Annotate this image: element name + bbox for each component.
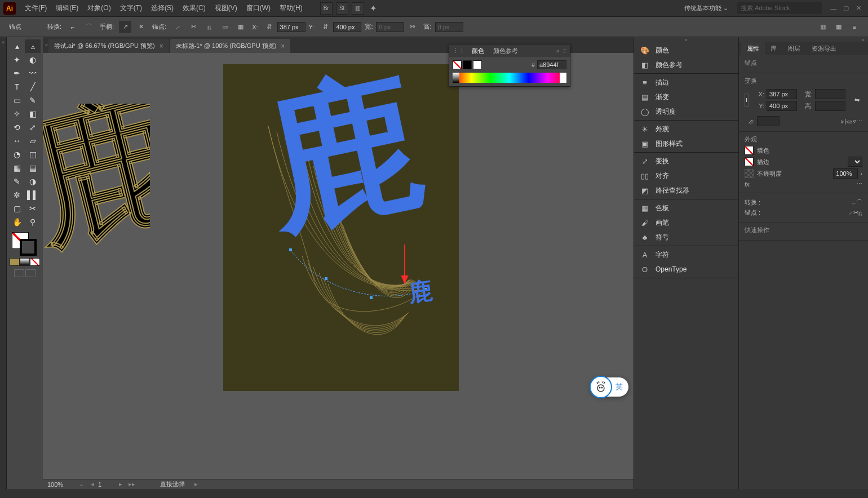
isolate-icon[interactable]: ▭ (219, 21, 231, 33)
window-maximize[interactable]: ▢ (840, 3, 852, 14)
artboard[interactable]: 鹿 鹿 (223, 64, 459, 391)
convert-smooth-icon[interactable]: ⌒ (82, 21, 95, 33)
collapse-icon[interactable]: » (556, 47, 559, 54)
gpu-icon[interactable]: ✦ (367, 2, 380, 15)
prop-y-input[interactable] (767, 101, 797, 111)
control-w-input[interactable] (376, 22, 404, 32)
graph-tool[interactable]: ▌▌ (25, 188, 41, 202)
screen-mode-buttons[interactable] (14, 269, 36, 277)
panel-menu-icon[interactable]: ≡ (563, 47, 566, 54)
flip-y-icon[interactable]: ▵▿ (849, 118, 856, 125)
artboard-tool[interactable]: ▢ (9, 202, 25, 215)
prop-h-input[interactable] (815, 101, 845, 111)
convert-smooth-btn[interactable]: ⌒ (856, 198, 862, 207)
fill-stroke-swatch[interactable] (10, 231, 40, 257)
colorguide-tab[interactable]: 颜色参考 (489, 47, 522, 55)
panel-item-symbols[interactable]: ♣符号 (634, 230, 738, 244)
gradient-tool[interactable]: ▤ (25, 161, 41, 175)
eraser-tool[interactable]: ◧ (25, 107, 41, 121)
white-swatch[interactable] (473, 60, 482, 69)
type-tool[interactable]: T (9, 80, 25, 94)
prop-w-input[interactable] (815, 89, 845, 99)
menu-edit[interactable]: 编辑(E) (51, 1, 83, 15)
ref-point-icon[interactable]: ▦ (234, 21, 247, 33)
link-wh-icon[interactable]: ⚯ (406, 21, 418, 33)
stock-icon[interactable]: St (336, 2, 348, 15)
curvature-tool[interactable]: 〰 (25, 66, 41, 80)
anchor-cut-icon[interactable]: ✂ (187, 21, 200, 33)
control-h-input[interactable] (435, 22, 463, 32)
control-y-input[interactable] (333, 22, 361, 32)
hand-tool[interactable]: ✋ (9, 215, 25, 229)
menu-object[interactable]: 对象(O) (83, 1, 115, 15)
zoom-input[interactable] (47, 481, 76, 488)
rotate-tool[interactable]: ⟲ (9, 121, 25, 134)
align-icon[interactable]: ▥ (817, 21, 829, 33)
panel-item-align[interactable]: ▯▯对齐 (634, 168, 738, 183)
panel-item-graphicstyles[interactable]: ▣图形样式 (634, 136, 738, 151)
panel-item-gradient[interactable]: ▤渐变 (634, 90, 738, 104)
rectangle-tool[interactable]: ▭ (9, 94, 25, 107)
tab-properties[interactable]: 属性 (741, 42, 765, 55)
tab-layers[interactable]: 图层 (782, 42, 806, 55)
tab-document-2[interactable]: 未标题-1* @ 100% (RGB/GPU 预览)× (170, 39, 291, 53)
canvas[interactable]: 鹿 (43, 53, 634, 479)
free-transform-tool[interactable]: ▱ (25, 134, 41, 148)
workspace-switcher[interactable]: 传统基本功能 ⌄ (679, 2, 734, 14)
slice-tool[interactable]: ✂ (25, 202, 41, 215)
anchor-cut-btn[interactable]: ✂ (853, 209, 858, 216)
menu-help[interactable]: 帮助(H) (275, 1, 307, 15)
panel-item-colorguide[interactable]: ◧颜色参考 (634, 57, 738, 72)
y-stepper-icon[interactable]: ⇵ (319, 21, 331, 33)
control-x-input[interactable] (277, 22, 305, 32)
magic-wand-tool[interactable]: ✦ (9, 53, 25, 66)
paintbrush-tool[interactable]: ✎ (25, 94, 41, 107)
menu-type[interactable]: 文字(T) (116, 1, 147, 15)
color-mode-swatches[interactable] (10, 258, 40, 266)
fill-none-swatch[interactable] (453, 60, 462, 69)
panel-menu-icon[interactable]: ≡ (848, 21, 861, 33)
panel-item-transparency[interactable]: ◯透明度 (634, 104, 738, 119)
fill-swatch[interactable] (745, 146, 754, 155)
window-minimize[interactable]: — (827, 3, 840, 14)
close-icon[interactable]: × (160, 42, 163, 50)
stroke-black-swatch[interactable] (463, 60, 472, 69)
menu-file[interactable]: 文件(F) (20, 1, 51, 15)
prop-angle-input[interactable] (757, 116, 780, 126)
flip-h-icon[interactable]: ⇋ (851, 95, 862, 105)
color-panel[interactable]: ⋮⋮ 颜色 颜色参考 » ≡ # (449, 44, 570, 87)
anchor-remove-icon[interactable]: ⟋ (171, 21, 184, 33)
anchor-join-btn[interactable]: ⎌ (858, 210, 862, 216)
lasso-tool[interactable]: ◐ (25, 53, 41, 66)
anchor-remove-btn[interactable]: ⟋ (847, 210, 853, 216)
perspective-tool[interactable]: ◫ (25, 148, 41, 161)
stroke-weight-select[interactable] (848, 157, 862, 167)
artboard-nav-input[interactable] (98, 481, 115, 488)
reference-point-selector[interactable] (745, 94, 749, 107)
menu-effect[interactable]: 效果(C) (178, 1, 210, 15)
fx-label[interactable]: fx. (745, 181, 751, 188)
tab-libraries[interactable]: 库 (765, 42, 782, 55)
transform-icon[interactable]: ▦ (832, 21, 845, 33)
shape-builder-tool[interactable]: ◔ (9, 148, 25, 161)
panel-handle-icon[interactable]: ⋮⋮ (453, 47, 465, 55)
window-close[interactable]: ✕ (852, 3, 865, 14)
panel-item-brushes[interactable]: 🖌画笔 (634, 215, 738, 230)
ime-indicator[interactable]: 英 (591, 377, 628, 397)
panel-item-transform[interactable]: ⤢变换 (634, 154, 738, 168)
more-appearance-icon[interactable]: ⋯ (856, 180, 862, 188)
blend-tool[interactable]: ◑ (25, 175, 41, 188)
flip-x-icon[interactable]: ▹|◃ (841, 118, 849, 125)
menu-view[interactable]: 视图(V) (210, 1, 242, 15)
mesh-tool[interactable]: ▦ (9, 161, 25, 175)
panel-item-character[interactable]: A字符 (634, 247, 738, 262)
pen-tool[interactable]: ✒ (9, 66, 25, 80)
eyedropper-tool[interactable]: ✎ (9, 175, 25, 188)
selection-tool[interactable]: ▴ (9, 39, 25, 53)
convert-corner-icon[interactable]: ⌐ (67, 21, 79, 33)
bridge-icon[interactable]: Br (320, 2, 333, 15)
dock-expand-icon[interactable]: » (0, 37, 7, 489)
line-tool[interactable]: ╱ (25, 80, 41, 94)
anchor-connect-icon[interactable]: ⎌ (203, 21, 215, 33)
color-tab[interactable]: 颜色 (467, 47, 489, 55)
